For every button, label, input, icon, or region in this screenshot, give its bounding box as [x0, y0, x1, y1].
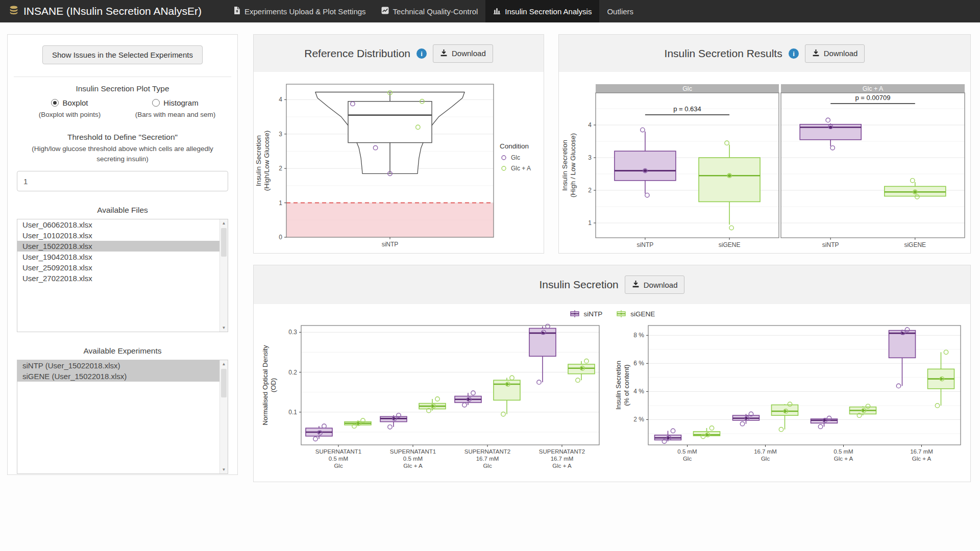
scroll-thumb[interactable] — [221, 369, 227, 397]
reference-panel-title: Reference Distribution — [304, 47, 410, 60]
svg-text:Glc: Glc — [761, 456, 770, 462]
download-icon — [440, 49, 448, 58]
scroll-up-arrow[interactable]: ▲ — [220, 219, 228, 227]
nav-tabs: Experiments Upload & Plot SettingsTechni… — [226, 0, 641, 22]
app-title: INSANE (INsulin Secretion ANalysEr) — [23, 5, 202, 17]
normalised-od-plot: 0.10.20.3SUPERNATANT10.5 mMGlcSUPERNATAN… — [256, 322, 608, 475]
svg-text:i: i — [421, 49, 423, 57]
available-file-item[interactable]: User_25092018.xlsx — [17, 262, 219, 273]
svg-text:0.5 mM: 0.5 mM — [834, 448, 853, 455]
available-files-listbox[interactable]: User_06062018.xlsxUser_10102018.xlsxUser… — [17, 219, 228, 332]
svg-text:2: 2 — [588, 187, 592, 194]
insulin-secretion-panel: Insulin Secretion Download siNTPsiGENE 0… — [253, 265, 971, 482]
svg-text:0.5 mM: 0.5 mM — [329, 456, 348, 462]
svg-text:0.5 mM: 0.5 mM — [403, 456, 423, 462]
available-file-item[interactable]: User_27022018.xlsx — [17, 273, 219, 284]
info-icon[interactable]: i — [416, 48, 427, 59]
legend-label: siGENE — [630, 310, 655, 318]
tab-outliers[interactable]: Outliers — [599, 0, 641, 22]
svg-text:SUPERNATANT2: SUPERNATANT2 — [464, 448, 510, 455]
available-experiment-item[interactable]: siGENE (User_15022018.xlsx) — [17, 371, 219, 382]
svg-text:16.7 mM: 16.7 mM — [754, 448, 777, 455]
scroll-down-arrow[interactable]: ▼ — [220, 324, 228, 332]
svg-text:Glc: Glc — [682, 85, 692, 92]
svg-text:4: 4 — [279, 96, 282, 103]
svg-text:Insulin Secretion(% of content: Insulin Secretion(% of content) — [616, 361, 630, 410]
available-file-item[interactable]: User_15022018.xlsx — [17, 241, 219, 252]
radio-icon[interactable] — [152, 99, 160, 107]
available-file-item[interactable]: User_10102018.xlsx — [17, 230, 219, 241]
tab-label: Experiments Upload & Plot Settings — [244, 7, 366, 16]
scrollbar[interactable]: ▲▼ — [219, 219, 228, 332]
tab-experiments-upload-plot-settings[interactable]: Experiments Upload & Plot Settings — [226, 0, 374, 22]
percent-content-plot: 2 %4 %6 %8 %0.5 mMGlc16.7 mMGlc0.5 mMGlc… — [616, 322, 968, 475]
svg-text:Glc + A: Glc + A — [511, 165, 531, 172]
scroll-track[interactable] — [220, 227, 228, 324]
available-experiment-item[interactable]: siNTP (User_15022018.xlsx) — [17, 360, 219, 371]
reference-panel-header: Reference Distribution i Download — [254, 35, 544, 72]
download-button[interactable]: Download — [433, 44, 493, 63]
svg-text:8 %: 8 % — [633, 332, 644, 339]
svg-text:0.2: 0.2 — [288, 369, 297, 376]
boxplot-glyph-icon — [616, 310, 627, 318]
svg-text:Glc: Glc — [683, 456, 692, 462]
download-button[interactable]: Download — [625, 276, 685, 294]
svg-text:Glc + A: Glc + A — [552, 463, 572, 469]
scroll-down-arrow[interactable]: ▼ — [220, 466, 228, 473]
svg-text:siNTP: siNTP — [637, 241, 654, 248]
download-label: Download — [644, 281, 678, 289]
scrollbar[interactable]: ▲▼ — [219, 360, 228, 473]
svg-text:Normalised Optical Density(OD): Normalised Optical Density(OD) — [261, 345, 277, 425]
secretion-panel-title: Insulin Secretion — [540, 279, 619, 291]
scroll-up-arrow[interactable]: ▲ — [220, 360, 228, 368]
svg-text:6 %: 6 % — [633, 360, 644, 367]
svg-text:siNTP: siNTP — [822, 241, 839, 248]
svg-text:siGENE: siGENE — [719, 241, 741, 248]
secretion-panel-header: Insulin Secretion Download — [254, 265, 970, 304]
svg-text:Insulin Secretion(High / Low G: Insulin Secretion(High / Low Glucose) — [561, 133, 577, 197]
tab-insulin-secretion-analysis[interactable]: Insulin Secretion Analysis — [485, 0, 599, 22]
available-file-item[interactable]: User_06062018.xlsx — [17, 219, 219, 230]
sidebar: Show Issues in the Selected Experiments … — [7, 34, 238, 475]
svg-text:Glc + A: Glc + A — [403, 463, 423, 469]
reference-panel-body: 01234siNTPInsulin Secretion(High/Low Glu… — [254, 72, 544, 255]
svg-text:0.5 mM: 0.5 mM — [677, 448, 697, 455]
svg-text:Condition: Condition — [500, 142, 529, 150]
results-panel-title: Insulin Secretion Results — [665, 47, 782, 60]
scroll-track[interactable] — [220, 368, 228, 466]
file-icon — [234, 7, 240, 16]
series-legend: siNTPsiGENE — [254, 305, 970, 322]
svg-text:16.7 mM: 16.7 mM — [551, 456, 574, 462]
scroll-thumb[interactable] — [221, 228, 227, 257]
legend-label: siNTP — [584, 310, 603, 318]
available-experiments-label: Available Experiments — [17, 346, 228, 356]
radio-option[interactable]: Histogram — [152, 98, 198, 107]
threshold-input[interactable] — [17, 171, 228, 191]
svg-text:Glc + A: Glc + A — [912, 456, 932, 462]
bar-chart-icon — [493, 7, 501, 16]
app-root: INSANE (INsulin Secretion ANalysEr) Expe… — [0, 0, 980, 551]
available-experiments-listbox[interactable]: siNTP (User_15022018.xlsx)siGENE (User_1… — [17, 360, 228, 474]
results-panel-header: Insulin Secretion Results i Download — [559, 35, 970, 72]
svg-text:Glc: Glc — [334, 463, 343, 469]
results-panel-body: Glcp = 0.634siNTPsiGENEGlc + Ap = 0.0070… — [559, 72, 970, 255]
legend-item-siNTP: siNTP — [569, 310, 603, 318]
svg-text:1: 1 — [588, 219, 592, 227]
svg-text:2: 2 — [279, 165, 282, 172]
svg-text:i: i — [793, 49, 795, 57]
show-issues-button[interactable]: Show Issues in the Selected Experiments — [42, 45, 203, 64]
radio-icon[interactable] — [51, 99, 59, 107]
info-icon[interactable]: i — [789, 48, 799, 59]
insulin-secretion-results-panel: Insulin Secretion Results i Download Glc… — [558, 34, 971, 254]
radio-option[interactable]: Boxplot — [51, 98, 88, 107]
tab-technical-quality-control[interactable]: Technical Quality-Control — [374, 0, 486, 22]
threshold-label: Threshold to Define "Secretion" — [17, 133, 228, 142]
insulin-secretion-results-plot: Glcp = 0.634siNTPsiGENEGlc + Ap = 0.0070… — [559, 72, 970, 253]
svg-text:16.7 mM: 16.7 mM — [476, 456, 499, 462]
svg-text:p = 0.00709: p = 0.00709 — [855, 94, 890, 102]
available-file-item[interactable]: User_19042018.xlsx — [17, 252, 219, 262]
download-button[interactable]: Download — [805, 44, 865, 63]
radio-label: Histogram — [163, 98, 198, 107]
svg-text:3: 3 — [588, 154, 592, 161]
svg-text:1: 1 — [279, 199, 282, 207]
